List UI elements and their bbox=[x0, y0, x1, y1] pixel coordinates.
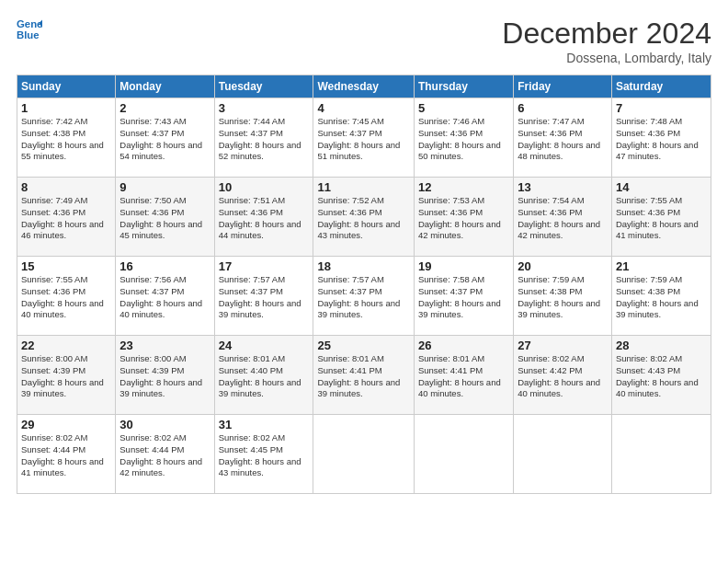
day-info: Sunrise: 7:55 AM Sunset: 4:36 PM Dayligh… bbox=[21, 274, 111, 321]
calendar-header-row: SundayMondayTuesdayWednesdayThursdayFrid… bbox=[17, 75, 711, 98]
day-info: Sunrise: 7:57 AM Sunset: 4:37 PM Dayligh… bbox=[219, 274, 310, 321]
day-cell bbox=[611, 415, 711, 494]
day-info: Sunrise: 8:02 AM Sunset: 4:43 PM Dayligh… bbox=[616, 353, 707, 400]
day-cell: 2 Sunrise: 7:43 AM Sunset: 4:37 PM Dayli… bbox=[116, 98, 214, 178]
day-cell: 11 Sunrise: 7:52 AM Sunset: 4:36 PM Dayl… bbox=[313, 178, 414, 257]
day-number: 15 bbox=[21, 259, 111, 273]
day-info: Sunrise: 7:45 AM Sunset: 4:37 PM Dayligh… bbox=[317, 116, 409, 163]
col-header-friday: Friday bbox=[514, 75, 612, 98]
day-number: 12 bbox=[418, 180, 509, 194]
day-cell: 31 Sunrise: 8:02 AM Sunset: 4:45 PM Dayl… bbox=[214, 415, 313, 494]
day-info: Sunrise: 8:02 AM Sunset: 4:44 PM Dayligh… bbox=[21, 432, 111, 479]
day-number: 25 bbox=[317, 339, 409, 352]
day-cell: 3 Sunrise: 7:44 AM Sunset: 4:37 PM Dayli… bbox=[214, 98, 313, 178]
calendar-table: SundayMondayTuesdayWednesdayThursdayFrid… bbox=[17, 75, 711, 494]
day-info: Sunrise: 7:49 AM Sunset: 4:36 PM Dayligh… bbox=[21, 195, 111, 242]
col-header-saturday: Saturday bbox=[611, 75, 711, 98]
day-cell: 26 Sunrise: 8:01 AM Sunset: 4:41 PM Dayl… bbox=[414, 336, 513, 415]
day-number: 7 bbox=[616, 101, 707, 115]
day-cell bbox=[414, 415, 513, 494]
col-header-tuesday: Tuesday bbox=[214, 75, 313, 98]
logo-icon: General Blue bbox=[17, 17, 42, 42]
day-number: 18 bbox=[317, 259, 409, 273]
day-info: Sunrise: 7:50 AM Sunset: 4:36 PM Dayligh… bbox=[119, 195, 210, 242]
day-number: 6 bbox=[518, 101, 608, 115]
day-number: 10 bbox=[219, 180, 310, 194]
day-cell: 28 Sunrise: 8:02 AM Sunset: 4:43 PM Dayl… bbox=[611, 336, 711, 415]
day-info: Sunrise: 7:51 AM Sunset: 4:36 PM Dayligh… bbox=[219, 195, 310, 242]
day-number: 23 bbox=[119, 339, 210, 352]
day-number: 16 bbox=[119, 259, 210, 273]
day-number: 21 bbox=[616, 259, 707, 273]
day-info: Sunrise: 7:58 AM Sunset: 4:37 PM Dayligh… bbox=[418, 274, 509, 321]
day-cell: 13 Sunrise: 7:54 AM Sunset: 4:36 PM Dayl… bbox=[514, 178, 612, 257]
week-row-5: 29 Sunrise: 8:02 AM Sunset: 4:44 PM Dayl… bbox=[17, 415, 711, 494]
day-info: Sunrise: 8:01 AM Sunset: 4:40 PM Dayligh… bbox=[219, 353, 310, 400]
day-info: Sunrise: 8:00 AM Sunset: 4:39 PM Dayligh… bbox=[119, 353, 210, 400]
day-info: Sunrise: 8:02 AM Sunset: 4:42 PM Dayligh… bbox=[518, 353, 608, 400]
logo: General Blue bbox=[17, 17, 42, 42]
day-info: Sunrise: 7:43 AM Sunset: 4:37 PM Dayligh… bbox=[119, 116, 210, 163]
day-cell: 16 Sunrise: 7:56 AM Sunset: 4:37 PM Dayl… bbox=[116, 257, 214, 336]
day-number: 4 bbox=[317, 101, 409, 115]
day-number: 5 bbox=[418, 101, 509, 115]
calendar-body: 1 Sunrise: 7:42 AM Sunset: 4:38 PM Dayli… bbox=[17, 98, 711, 494]
day-cell: 8 Sunrise: 7:49 AM Sunset: 4:36 PM Dayli… bbox=[17, 178, 116, 257]
day-number: 17 bbox=[219, 259, 310, 273]
col-header-wednesday: Wednesday bbox=[313, 75, 414, 98]
day-cell: 27 Sunrise: 8:02 AM Sunset: 4:42 PM Dayl… bbox=[514, 336, 612, 415]
day-number: 11 bbox=[317, 180, 409, 194]
day-cell: 7 Sunrise: 7:48 AM Sunset: 4:36 PM Dayli… bbox=[611, 98, 711, 178]
day-number: 19 bbox=[418, 259, 509, 273]
day-cell: 19 Sunrise: 7:58 AM Sunset: 4:37 PM Dayl… bbox=[414, 257, 513, 336]
day-info: Sunrise: 7:52 AM Sunset: 4:36 PM Dayligh… bbox=[317, 195, 409, 242]
col-header-sunday: Sunday bbox=[17, 75, 116, 98]
day-cell: 29 Sunrise: 8:02 AM Sunset: 4:44 PM Dayl… bbox=[17, 415, 116, 494]
day-number: 1 bbox=[21, 101, 111, 115]
col-header-monday: Monday bbox=[116, 75, 214, 98]
day-info: Sunrise: 7:42 AM Sunset: 4:38 PM Dayligh… bbox=[21, 116, 111, 163]
location: Dossena, Lombardy, Italy bbox=[502, 51, 711, 65]
day-info: Sunrise: 7:54 AM Sunset: 4:36 PM Dayligh… bbox=[518, 195, 608, 242]
day-number: 28 bbox=[616, 339, 707, 352]
day-info: Sunrise: 7:48 AM Sunset: 4:36 PM Dayligh… bbox=[616, 116, 707, 163]
day-cell: 25 Sunrise: 8:01 AM Sunset: 4:41 PM Dayl… bbox=[313, 336, 414, 415]
day-cell: 18 Sunrise: 7:57 AM Sunset: 4:37 PM Dayl… bbox=[313, 257, 414, 336]
day-cell bbox=[313, 415, 414, 494]
day-number: 9 bbox=[119, 180, 210, 194]
week-row-2: 8 Sunrise: 7:49 AM Sunset: 4:36 PM Dayli… bbox=[17, 178, 711, 257]
day-cell: 17 Sunrise: 7:57 AM Sunset: 4:37 PM Dayl… bbox=[214, 257, 313, 336]
week-row-1: 1 Sunrise: 7:42 AM Sunset: 4:38 PM Dayli… bbox=[17, 98, 711, 178]
col-header-thursday: Thursday bbox=[414, 75, 513, 98]
day-cell: 14 Sunrise: 7:55 AM Sunset: 4:36 PM Dayl… bbox=[611, 178, 711, 257]
day-cell: 15 Sunrise: 7:55 AM Sunset: 4:36 PM Dayl… bbox=[17, 257, 116, 336]
day-number: 24 bbox=[219, 339, 310, 352]
day-info: Sunrise: 7:53 AM Sunset: 4:36 PM Dayligh… bbox=[418, 195, 509, 242]
day-number: 20 bbox=[518, 259, 608, 273]
day-cell: 23 Sunrise: 8:00 AM Sunset: 4:39 PM Dayl… bbox=[116, 336, 214, 415]
svg-text:General: General bbox=[17, 18, 42, 29]
day-number: 27 bbox=[518, 339, 608, 352]
day-cell: 4 Sunrise: 7:45 AM Sunset: 4:37 PM Dayli… bbox=[313, 98, 414, 178]
day-cell: 12 Sunrise: 7:53 AM Sunset: 4:36 PM Dayl… bbox=[414, 178, 513, 257]
day-number: 29 bbox=[21, 418, 111, 431]
day-number: 30 bbox=[119, 418, 210, 431]
day-info: Sunrise: 8:02 AM Sunset: 4:44 PM Dayligh… bbox=[119, 432, 210, 479]
day-cell: 22 Sunrise: 8:00 AM Sunset: 4:39 PM Dayl… bbox=[17, 336, 116, 415]
day-number: 14 bbox=[616, 180, 707, 194]
day-cell: 9 Sunrise: 7:50 AM Sunset: 4:36 PM Dayli… bbox=[116, 178, 214, 257]
day-info: Sunrise: 7:59 AM Sunset: 4:38 PM Dayligh… bbox=[518, 274, 608, 321]
day-number: 13 bbox=[518, 180, 608, 194]
day-cell: 1 Sunrise: 7:42 AM Sunset: 4:38 PM Dayli… bbox=[17, 98, 116, 178]
day-number: 26 bbox=[418, 339, 509, 352]
day-cell: 24 Sunrise: 8:01 AM Sunset: 4:40 PM Dayl… bbox=[214, 336, 313, 415]
day-info: Sunrise: 7:56 AM Sunset: 4:37 PM Dayligh… bbox=[119, 274, 210, 321]
day-info: Sunrise: 8:00 AM Sunset: 4:39 PM Dayligh… bbox=[21, 353, 111, 400]
day-number: 2 bbox=[119, 101, 210, 115]
day-cell: 6 Sunrise: 7:47 AM Sunset: 4:36 PM Dayli… bbox=[514, 98, 612, 178]
day-number: 31 bbox=[219, 418, 310, 431]
day-cell: 20 Sunrise: 7:59 AM Sunset: 4:38 PM Dayl… bbox=[514, 257, 612, 336]
day-info: Sunrise: 7:55 AM Sunset: 4:36 PM Dayligh… bbox=[616, 195, 707, 242]
week-row-3: 15 Sunrise: 7:55 AM Sunset: 4:36 PM Dayl… bbox=[17, 257, 711, 336]
day-info: Sunrise: 8:02 AM Sunset: 4:45 PM Dayligh… bbox=[219, 432, 310, 479]
